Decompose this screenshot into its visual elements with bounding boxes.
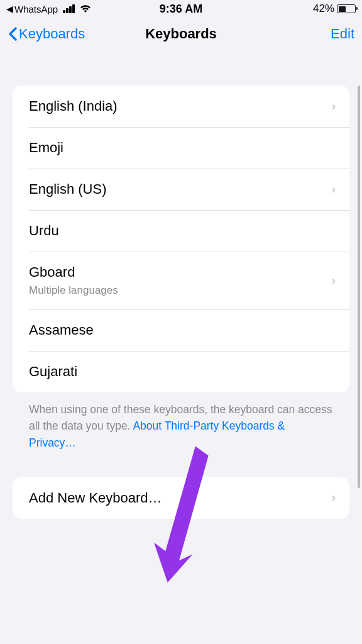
- status-bar: ◀ WhatsApp 9:36 AM 42%: [0, 0, 362, 18]
- keyboard-label: Gujarati: [29, 364, 77, 380]
- footer-note: When using one of these keyboards, the k…: [13, 392, 349, 451]
- keyboard-label: Urdu: [29, 223, 59, 239]
- status-left: ◀ WhatsApp: [6, 4, 92, 14]
- chevron-left-icon: [8, 26, 18, 42]
- chevron-right-icon: ›: [332, 491, 336, 504]
- cellular-signal-icon: [63, 4, 75, 13]
- content-area: English (India) › Emoji English (US) › U…: [0, 86, 362, 519]
- back-arrow-icon: ◀: [6, 4, 13, 14]
- keyboard-item-gujarati[interactable]: Gujarati: [13, 351, 349, 392]
- battery-percent: 42%: [313, 3, 334, 15]
- keyboard-item-gboard[interactable]: Gboard Multiple languages ›: [13, 252, 349, 309]
- add-new-keyboard-button[interactable]: Add New Keyboard… ›: [13, 477, 349, 519]
- keyboard-label: English (India): [29, 98, 118, 114]
- back-button[interactable]: Keyboards: [8, 26, 85, 42]
- add-keyboard-label: Add New Keyboard…: [29, 490, 162, 506]
- keyboard-item-urdu[interactable]: Urdu: [13, 210, 349, 252]
- status-time: 9:36 AM: [160, 3, 202, 16]
- keyboard-label: Emoji: [29, 140, 63, 156]
- add-keyboard-group: Add New Keyboard… ›: [13, 477, 349, 519]
- keyboard-label: Assamese: [29, 322, 94, 338]
- scrollbar[interactable]: [358, 86, 360, 488]
- chevron-right-icon: ›: [332, 274, 336, 287]
- back-app-label: WhatsApp: [14, 4, 58, 14]
- battery-icon: [337, 4, 356, 13]
- keyboards-list: English (India) › Emoji English (US) › U…: [13, 86, 349, 392]
- navigation-bar: Keyboards Keyboards Edit: [0, 18, 362, 50]
- wifi-icon: [79, 4, 92, 13]
- keyboard-label: Gboard: [29, 264, 118, 280]
- keyboard-item-english-us[interactable]: English (US) ›: [13, 169, 349, 210]
- chevron-right-icon: ›: [332, 183, 336, 196]
- edit-button[interactable]: Edit: [331, 26, 354, 42]
- chevron-right-icon: ›: [332, 100, 336, 113]
- keyboard-item-english-india[interactable]: English (India) ›: [13, 86, 349, 127]
- keyboard-sublabel: Multiple languages: [29, 284, 118, 297]
- keyboard-label: English (US): [29, 181, 106, 197]
- page-title: Keyboards: [145, 26, 217, 42]
- keyboard-item-assamese[interactable]: Assamese: [13, 309, 349, 351]
- back-to-app[interactable]: ◀ WhatsApp: [6, 4, 58, 14]
- back-label: Keyboards: [19, 26, 85, 42]
- status-right: 42%: [313, 3, 356, 15]
- keyboard-item-emoji[interactable]: Emoji: [13, 127, 349, 169]
